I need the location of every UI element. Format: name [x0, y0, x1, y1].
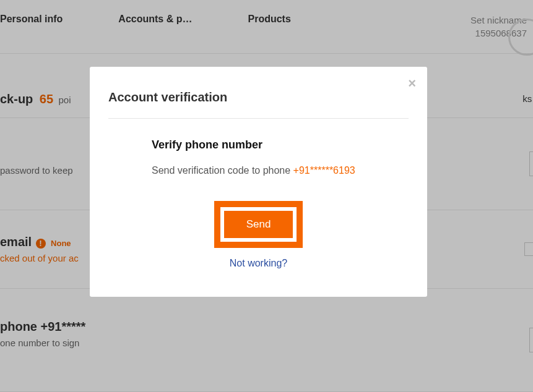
close-icon[interactable]: × [408, 75, 416, 92]
send-button-highlight: Send [214, 201, 303, 248]
verification-modal: × Account verification Verify phone numb… [90, 67, 427, 297]
verify-desc-text: Send verification code to phone [152, 165, 293, 176]
modal-title: Account verification [108, 85, 409, 119]
verify-phone-heading: Verify phone number [152, 138, 365, 151]
not-working-link[interactable]: Not working? [152, 258, 365, 269]
verify-description: Send verification code to phone +91*****… [152, 165, 365, 176]
send-button[interactable]: Send [224, 211, 293, 238]
masked-phone-number: +91******6193 [293, 165, 355, 176]
